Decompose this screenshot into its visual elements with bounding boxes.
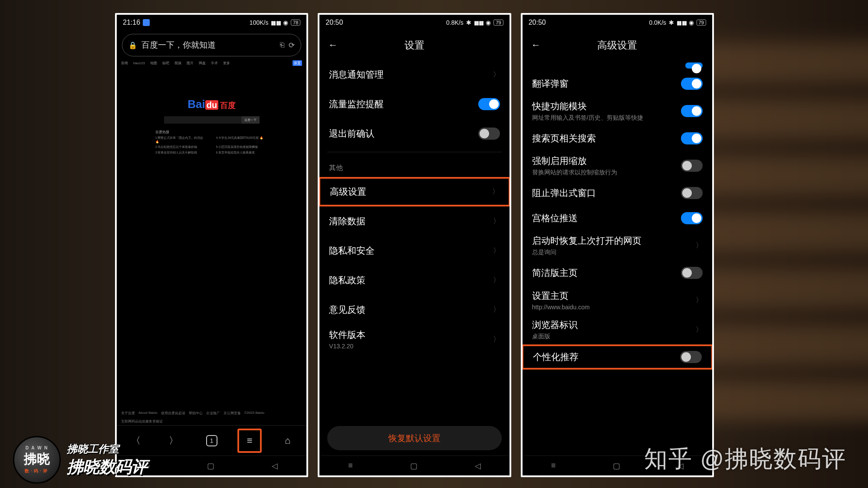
row-simple-homepage[interactable]: 简洁版主页 [523, 260, 712, 285]
link-settings[interactable]: 设置 [293, 60, 302, 66]
clock: 20:50 [326, 19, 343, 26]
hot-item[interactable]: 1 网警正式宣布「国企内卫」的消息 🔥 [155, 136, 207, 144]
link[interactable]: 学术 [211, 61, 218, 66]
row-user-agent[interactable]: 浏览器标识 桌面版 〉 [523, 315, 712, 344]
link[interactable]: 更多 [223, 61, 230, 66]
recents-icon[interactable]: ≡ [551, 461, 556, 470]
hot-item[interactable]: 5 小区回应虽报自动道故障狮猫 [216, 145, 268, 149]
row-force-zoom[interactable]: 强制启用缩放 替换网站的请求以控制缩放行为 [523, 151, 712, 180]
row-personalized-recs[interactable]: 个性化推荐 [523, 344, 712, 370]
row-restore-tabs[interactable]: 启动时恢复上次打开的网页 总是询问 〉 [523, 231, 712, 260]
status-bar: 20:50 0.0K/s ✱ ▮▮ ▮▮ ◉ 79 [523, 15, 712, 30]
baidu-search-btn[interactable]: 百度一下 [241, 116, 260, 124]
link[interactable]: 贴吧 [162, 61, 169, 66]
toggle[interactable] [681, 105, 703, 117]
f[interactable]: 京公网安备 [224, 411, 241, 416]
nav-tabs-button[interactable]: 1 [200, 429, 224, 453]
row-privacy-security[interactable]: 隐私和安全 〉 [319, 236, 509, 265]
toggle[interactable] [681, 187, 703, 199]
f[interactable]: About Baidu [138, 411, 158, 416]
toggle[interactable] [681, 160, 703, 172]
toggle[interactable] [478, 98, 500, 110]
f[interactable]: 使用百度前必读 [161, 411, 185, 416]
signal-icon: ▮▮ ▮▮ [474, 20, 483, 26]
link[interactable]: 网盘 [199, 61, 206, 66]
wifi-icon: ◉ [486, 19, 491, 26]
recents-icon[interactable]: ≡ [348, 461, 353, 470]
row-advanced-settings[interactable]: 高级设置 〉 [319, 177, 509, 206]
hot-item[interactable]: 2 马拉松跑完忘记个体曾落价钱 [155, 145, 207, 149]
divider [327, 152, 501, 152]
reset-button[interactable]: 恢复默认设置 [327, 426, 501, 450]
toggle[interactable] [681, 267, 703, 279]
link[interactable]: 图片 [187, 61, 194, 66]
row-translate-popup[interactable]: 翻译弹窗 [523, 71, 712, 96]
toggle[interactable] [681, 78, 703, 90]
chevron-right-icon: 〉 [493, 217, 500, 226]
row-set-homepage[interactable]: 设置主页 http://www.baidu.com 〉 [523, 285, 712, 315]
f[interactable]: ©2023 Baidu [244, 411, 264, 416]
battery-icon: 79 [697, 20, 706, 26]
hot-item[interactable]: 3 留资金部营销人员天不解取税 [155, 151, 207, 155]
row-label: 高级设置 [330, 186, 487, 198]
bluetooth-icon: ✱ [466, 19, 471, 26]
link[interactable]: 视频 [174, 61, 181, 66]
phone-settings: 20:50 0.8K/s ✱ ▮▮ ▮▮ ◉ 79 ← 设置 消息通知管理 〉 … [318, 13, 511, 477]
hot-searches: 百度热搜 1 网警正式宣布「国企内卫」的消息 🔥 4 大学生26元真菜园吓到20… [155, 130, 268, 155]
nav-forward-button[interactable]: 〉 [161, 429, 186, 453]
clock: 21:16 [123, 19, 140, 26]
f[interactable]: 互联网药品信息服务资格证 [121, 419, 163, 424]
wifi-icon: ◉ [283, 19, 288, 26]
bookmark-icon[interactable]: ⎗ [280, 41, 284, 49]
hot-item[interactable]: 4 大学生26元真菜园吓到20元假 🔥 [216, 136, 268, 144]
row-label: 阻止弹出式窗口 [532, 187, 676, 199]
net-speed: 0.8K/s [446, 19, 464, 26]
f[interactable]: 关于百度 [121, 411, 135, 416]
row-grid-push[interactable]: 宫格位推送 [523, 206, 712, 231]
nav-home-button[interactable]: ⌂ [276, 429, 300, 453]
status-bar: 21:16 100K/s ▮▮ ▮▮ ◉ 78 [117, 15, 306, 30]
zhihu-watermark: 知乎 @拂晓数码评 [644, 443, 846, 475]
row-version[interactable]: 软件版本 V13.2.20 〉 [319, 324, 509, 354]
row-feedback[interactable]: 意见反馈 〉 [319, 295, 509, 324]
header: ← 设置 [319, 30, 509, 60]
header: ← 高级设置 [523, 30, 712, 60]
link[interactable]: 地图 [150, 61, 157, 66]
row-privacy-policy[interactable]: 隐私政策 〉 [319, 265, 509, 295]
back-icon[interactable]: ◁ [272, 461, 278, 471]
signal-icon: ▮▮ ▮▮ [677, 20, 686, 26]
toggle[interactable] [681, 212, 703, 224]
weather-icon [143, 19, 150, 26]
url-bar[interactable]: 🔒 百度一下，你就知道 ⎗ ⟳ [122, 34, 301, 56]
f[interactable]: 企业推广 [206, 411, 220, 416]
prev-toggle-glimpse[interactable] [685, 62, 703, 69]
home-icon[interactable]: ▢ [207, 461, 214, 471]
row-shortcut-module[interactable]: 快捷功能模块 网址常用输入及书签/历史、剪贴版等快捷 [523, 96, 712, 126]
link[interactable]: 新闻 [121, 61, 128, 66]
row-label: 隐私和安全 [329, 245, 487, 257]
baidu-footer: 关于百度 About Baidu 使用百度前必读 帮助中心 企业推广 京公网安备… [117, 409, 306, 425]
row-confirm-exit[interactable]: 退出前确认 [319, 119, 509, 148]
chevron-right-icon: 〉 [493, 276, 500, 285]
row-block-popups[interactable]: 阻止弹出式窗口 [523, 180, 712, 206]
f[interactable]: 帮助中心 [189, 411, 203, 416]
toggle[interactable] [478, 128, 500, 140]
back-icon[interactable]: ◁ [475, 461, 481, 471]
refresh-icon[interactable]: ⟳ [289, 41, 295, 50]
toggle[interactable] [680, 351, 702, 363]
section-header: 其他 [319, 156, 509, 177]
row-traffic-alert[interactable]: 流量监控提醒 [319, 89, 509, 119]
row-notifications[interactable]: 消息通知管理 〉 [319, 60, 509, 89]
nav-menu-button[interactable]: ≡ [237, 429, 262, 453]
page-top-links: 新闻 hao123 地图 贴吧 视频 图片 网盘 学术 更多 设置 [117, 59, 306, 67]
row-clear-data[interactable]: 清除数据 〉 [319, 206, 509, 236]
hot-item[interactable]: 6 东京半程拟花但人效果展览 [216, 151, 268, 155]
baidu-search-box[interactable]: 百度一下 [164, 116, 260, 124]
row-label: 退出前确认 [329, 128, 473, 140]
home-icon[interactable]: ▢ [410, 461, 418, 471]
link[interactable]: hao123 [133, 61, 145, 65]
toggle[interactable] [681, 132, 703, 144]
phone-advanced-settings: 20:50 0.0K/s ✱ ▮▮ ▮▮ ◉ 79 ← 高级设置 翻译弹窗 快捷 [521, 13, 714, 477]
home-icon[interactable]: ▢ [613, 461, 620, 471]
row-related-search[interactable]: 搜索页相关搜索 [523, 126, 712, 151]
